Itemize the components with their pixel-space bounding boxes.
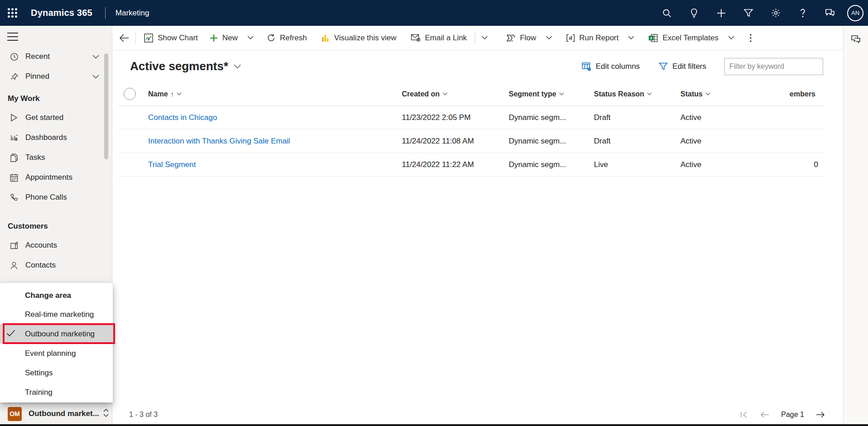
lightbulb-icon <box>690 8 699 18</box>
document-icon <box>9 153 19 162</box>
quick-tips-button[interactable] <box>680 0 708 26</box>
table-row[interactable]: Interaction with Thanks Giving Sale Emai… <box>118 129 825 153</box>
global-filter-button[interactable] <box>735 0 762 26</box>
area-option-outbound-marketing[interactable]: Outbound marketing <box>0 324 113 344</box>
refresh-button[interactable]: Refresh <box>261 29 313 47</box>
app-launcher-waffle-icon[interactable] <box>0 0 24 26</box>
column-label: Created on <box>402 90 440 98</box>
segment-name-link[interactable]: Trial Segment <box>148 160 196 169</box>
clock-icon <box>9 53 19 61</box>
sidebar-item-label: Contacts <box>25 261 56 270</box>
table-row[interactable]: Trial Segment 11/24/2022 11:22 AM Dynami… <box>118 153 825 177</box>
next-page-button[interactable] <box>816 412 825 418</box>
feedback-button[interactable] <box>816 0 844 26</box>
back-button[interactable] <box>113 34 135 42</box>
new-split-chevron[interactable] <box>244 29 257 47</box>
sidebar-item-appointments[interactable]: Appointments <box>0 168 112 187</box>
column-header-status-reason[interactable]: Status Reason <box>589 90 676 98</box>
area-option-training[interactable]: Training <box>0 383 113 402</box>
segment-name-link[interactable]: Interaction with Thanks Giving Sale Emai… <box>148 137 290 145</box>
created-on-cell: 11/24/2022 11:22 AM <box>397 160 504 169</box>
run-report-chevron[interactable] <box>624 29 638 47</box>
area-option-label: Training <box>25 388 53 397</box>
new-button[interactable]: New <box>204 29 244 47</box>
flow-button[interactable]: Flow <box>501 29 542 47</box>
previous-page-button[interactable] <box>760 412 769 418</box>
sidebar-item-tasks[interactable]: Tasks <box>0 148 112 168</box>
pin-icon <box>9 72 19 81</box>
email-split-chevron[interactable] <box>477 29 492 47</box>
edit-columns-button[interactable]: Edit columns <box>575 58 646 75</box>
collaboration-panel-button[interactable] <box>850 34 862 48</box>
status-cell: Active <box>676 160 789 169</box>
sitemap-collapse-button[interactable] <box>7 33 18 41</box>
column-header-name[interactable]: Name ↑ <box>144 90 397 98</box>
help-button[interactable] <box>789 0 816 26</box>
chevron-down-icon[interactable] <box>92 52 99 61</box>
sidebar-item-pinned[interactable]: Pinned <box>0 67 112 86</box>
sidebar-item-dashboards[interactable]: Dashboards <box>0 128 112 148</box>
area-switcher[interactable]: OM Outbound market... <box>0 406 112 421</box>
waffle-icon <box>8 8 17 18</box>
chevron-up-down-icon <box>103 408 109 419</box>
excel-chevron[interactable] <box>724 29 738 47</box>
column-header-status[interactable]: Status <box>676 90 789 98</box>
visualize-view-button[interactable]: Visualize this view <box>315 29 402 47</box>
flow-label: Flow <box>520 34 536 43</box>
first-page-button[interactable] <box>740 412 748 418</box>
run-report-label: Run Report <box>579 34 619 43</box>
filter-by-keyword-input[interactable] <box>724 58 823 75</box>
create-new-button[interactable] <box>708 0 735 26</box>
area-option-event-planning[interactable]: Event planning <box>0 344 113 363</box>
command-divider <box>475 32 475 44</box>
sidebar-item-contacts[interactable]: Contacts <box>0 255 112 275</box>
sidebar-item-accounts[interactable]: Accounts <box>0 235 112 255</box>
chevron-down-icon <box>728 36 734 40</box>
select-all-checkbox[interactable] <box>124 88 136 100</box>
dashboard-icon <box>9 134 19 142</box>
back-arrow-icon <box>119 34 129 42</box>
show-chart-button[interactable]: Show Chart <box>138 29 204 47</box>
excel-icon: x <box>648 34 658 42</box>
segment-type-cell: Dynamic segm... <box>504 113 589 122</box>
refresh-label: Refresh <box>280 34 307 43</box>
excel-templates-button[interactable]: x Excel Templates <box>642 29 724 47</box>
calendar-icon <box>9 173 19 182</box>
table-row[interactable]: Contacts in Chicago 11/23/2022 2:05 PM D… <box>118 106 825 129</box>
area-option-real-time-marketing[interactable]: Real-time marketing <box>0 305 113 324</box>
edit-filters-button[interactable]: Edit filters <box>652 58 713 75</box>
column-header-segment-type[interactable]: Segment type <box>504 90 589 98</box>
area-option-label: Settings <box>25 369 53 378</box>
search-button[interactable] <box>653 0 680 26</box>
sidebar-item-label: Phone Calls <box>25 193 67 202</box>
email-link-button[interactable]: Email a Link <box>405 29 473 47</box>
sidebar-nav: Recent Pinned My Work Get started <box>0 47 112 275</box>
column-label: Members <box>789 90 815 98</box>
page-title: Active segments* <box>130 59 228 73</box>
run-report-button[interactable]: Run Report <box>560 29 625 47</box>
view-header: Active segments* Edit columns Edit filte… <box>113 50 843 82</box>
flow-chevron[interactable] <box>542 29 556 47</box>
user-avatar[interactable]: AN <box>847 5 863 21</box>
more-commands-button[interactable] <box>745 29 756 47</box>
view-selector[interactable]: Active segments* <box>130 59 241 73</box>
sidebar-item-label: Tasks <box>25 153 45 162</box>
settings-button[interactable] <box>762 0 789 26</box>
grid-footer: 1 - 3 of 3 Page 1 <box>113 406 843 424</box>
sidebar-section-customers: Customers <box>0 217 112 235</box>
chevron-down-icon[interactable] <box>92 72 99 81</box>
visualize-view-label: Visualize this view <box>334 34 396 43</box>
sidebar-item-phone-calls[interactable]: Phone Calls <box>0 187 112 207</box>
sidebar-item-recent[interactable]: Recent <box>0 47 112 67</box>
area-badge: OM <box>8 407 22 421</box>
segment-name-link[interactable]: Contacts in Chicago <box>148 113 217 122</box>
search-icon <box>662 8 672 18</box>
area-option-settings[interactable]: Settings <box>0 363 113 383</box>
sidebar-section-my-work: My Work <box>0 90 112 108</box>
area-option-label: Event planning <box>25 349 76 358</box>
sidebar-item-get-started[interactable]: Get started <box>0 108 112 128</box>
column-header-created-on[interactable]: Created on <box>397 90 504 98</box>
change-area-popup: Change area Real-time marketing Outbound… <box>0 283 113 402</box>
column-header-members[interactable]: Members <box>789 90 825 98</box>
sidebar-scrollbar-thumb[interactable] <box>104 53 108 159</box>
